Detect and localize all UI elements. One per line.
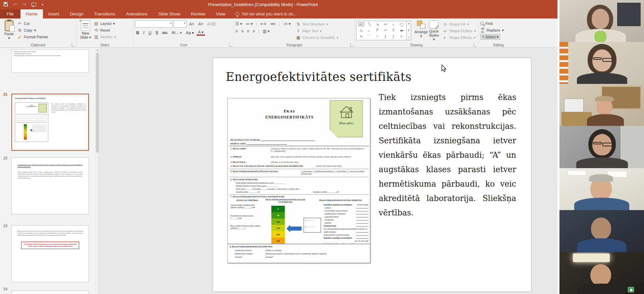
underline-button[interactable]: U bbox=[147, 30, 153, 36]
shape-arc-icon[interactable]: ⌒ bbox=[368, 34, 371, 39]
drawing-dialog-launcher[interactable] bbox=[474, 43, 477, 47]
reset-button[interactable]: ⟲Reset bbox=[94, 28, 116, 33]
increase-font-icon[interactable]: A˄ bbox=[188, 21, 196, 27]
shape-outline-button[interactable]: ▱Shape Outline ▾ bbox=[443, 28, 476, 34]
shape-elbow-arrow-icon[interactable]: ↱ bbox=[376, 28, 379, 32]
character-spacing-button[interactable]: AV↔ ▾ bbox=[170, 31, 183, 35]
quick-styles-button[interactable]: QuickStyles ▾ bbox=[428, 19, 440, 41]
tab-design[interactable]: Design bbox=[64, 9, 89, 18]
align-center-button[interactable]: ≡ bbox=[241, 29, 244, 34]
font-dialog-launcher[interactable] bbox=[229, 43, 233, 47]
thumbnail-slide-21[interactable]: Energoefektivitātes sertifikāts ĒKASENER… bbox=[11, 94, 89, 151]
tell-me-box[interactable]: Tell me what you want to do... bbox=[235, 9, 297, 18]
tab-file[interactable]: File bbox=[0, 9, 20, 18]
columns-button[interactable]: ▥ ▾ bbox=[263, 29, 270, 34]
shape-textbox-icon[interactable]: A≡ bbox=[359, 22, 364, 26]
scrollbar-thumb[interactable] bbox=[96, 53, 99, 153]
tab-slideshow[interactable]: Slide Show bbox=[153, 9, 185, 18]
shape-curve-icon[interactable]: ~ bbox=[376, 34, 378, 38]
select-button[interactable]: ↖Select ▾ bbox=[480, 34, 504, 40]
justify-button[interactable]: ≡ bbox=[253, 29, 255, 34]
font-color-button[interactable]: A ▾ bbox=[197, 30, 205, 36]
text-direction-button[interactable]: ⇅Text Direction ▾ bbox=[296, 21, 338, 27]
shape-right-brace-icon[interactable]: } bbox=[393, 34, 394, 38]
arrange-button[interactable]: Arrange▾ bbox=[415, 19, 428, 38]
tab-home[interactable]: Home bbox=[20, 9, 43, 18]
shapes-gallery[interactable]: A≡ ╲ ↘ ▭ ○ ▢ △ ∟ ↱ ⇨ ⇩ ☁ ∿ ⌒ ~ { } bbox=[356, 21, 407, 40]
shape-freeform-icon[interactable]: ☁ bbox=[400, 28, 404, 32]
shapes-gallery-scrollbar[interactable]: ▴▾⩒ bbox=[407, 21, 411, 40]
shape-rectangle-icon[interactable]: ▭ bbox=[384, 22, 387, 27]
video-call-sidebar bbox=[557, 0, 644, 294]
increase-indent-button[interactable]: ⇥≡ bbox=[270, 21, 275, 26]
italic-button[interactable]: I bbox=[142, 30, 146, 36]
cut-button[interactable]: ✂Cut bbox=[17, 21, 48, 26]
thumbnail-slide-20-partial[interactable]: 2) Koģenerācijā saražotā elektroenerģija… bbox=[11, 49, 89, 73]
find-button[interactable]: Find bbox=[480, 21, 504, 26]
certificate-image[interactable]: ĒKAS ENERGOSERTIFIKĀTS [Ēkas attēls] bbox=[227, 98, 370, 263]
participant-video-4[interactable] bbox=[559, 126, 644, 168]
decrease-indent-button[interactable]: ⇤≡ bbox=[261, 21, 266, 26]
shape-fill-button[interactable]: ◇Shape Fill ▾ bbox=[443, 21, 476, 27]
paste-button[interactable]: Paste▾ bbox=[1, 19, 17, 40]
decrease-font-icon[interactable]: A˅ bbox=[197, 21, 205, 27]
clipboard-dialog-launcher[interactable] bbox=[72, 43, 75, 47]
section-button[interactable]: ▥Section ▾ bbox=[94, 34, 116, 40]
slide-canvas[interactable]: Energoefektivitātes sertifikāts Tiek izs… bbox=[213, 58, 531, 292]
shape-left-brace-icon[interactable]: { bbox=[385, 34, 386, 38]
slide-body-text[interactable]: Tiek izsniegts pirms ēkas izmantošanas u… bbox=[379, 90, 516, 220]
shape-right-arrow-icon[interactable]: ⇨ bbox=[384, 28, 387, 32]
font-size-combobox[interactable] bbox=[174, 20, 186, 28]
participant-video-2[interactable] bbox=[559, 42, 644, 84]
thumbnail-slide-24-partial[interactable] bbox=[11, 290, 89, 294]
shape-rounded-rectangle-icon[interactable]: ▢ bbox=[400, 22, 403, 27]
thumbnail-slide-23[interactable]: Mūsdienās par zemu tiek novērtēta pareiz… bbox=[11, 225, 89, 282]
tab-animations[interactable]: Animations bbox=[121, 9, 153, 18]
participant-video-3[interactable] bbox=[559, 84, 644, 126]
new-slide-button[interactable]: NewSlide ▾ bbox=[78, 19, 93, 39]
participant-video-5[interactable] bbox=[559, 168, 644, 210]
layout-button[interactable]: ▤Layout ▾ bbox=[94, 21, 116, 26]
align-text-button[interactable]: ⇳Align Text ▾ bbox=[296, 28, 338, 34]
tab-review[interactable]: Review bbox=[185, 9, 211, 18]
align-right-button[interactable]: ≡ bbox=[247, 29, 249, 34]
font-name-combobox[interactable] bbox=[135, 20, 172, 28]
tab-view[interactable]: View bbox=[211, 9, 231, 18]
convert-smartart-button[interactable]: ▦Convert to SmartArt ▾ bbox=[296, 35, 338, 40]
shape-line-icon[interactable]: ╲ bbox=[368, 22, 371, 27]
tab-transitions[interactable]: Transitions bbox=[89, 9, 121, 18]
participant-video-1[interactable] bbox=[559, 0, 644, 42]
shape-scribble-icon[interactable]: ∿ bbox=[360, 34, 363, 39]
paragraph-dialog-launcher[interactable] bbox=[350, 43, 354, 47]
shape-arrow-icon[interactable]: ↘ bbox=[376, 22, 379, 27]
format-painter-button[interactable]: 🖌Format Painter bbox=[17, 34, 48, 40]
line-spacing-button[interactable]: ↕≡ ▾ bbox=[283, 21, 290, 26]
shape-down-arrow-icon[interactable]: ⇩ bbox=[392, 28, 395, 32]
bold-button[interactable]: B bbox=[135, 30, 141, 36]
screen-share-indicator-icon[interactable] bbox=[628, 287, 634, 292]
change-case-button[interactable]: Aa ▾ bbox=[184, 30, 195, 36]
scroll-up-icon[interactable]: ▲ bbox=[96, 48, 99, 52]
slide-title[interactable]: Energoefektivitātes sertifikāts bbox=[226, 70, 414, 84]
participant-video-6[interactable] bbox=[559, 210, 644, 252]
strikethrough-button[interactable]: abc bbox=[161, 31, 169, 35]
group-paragraph: ☰ ▾ ≔ ▾ | ⇤≡ ⇥≡ | ↕≡ ▾ ≡ ≡ ≡ ≡ | ▥ ▾ bbox=[234, 18, 355, 47]
shape-oval-icon[interactable]: ○ bbox=[392, 22, 395, 27]
replace-button[interactable]: abacReplace ▾ bbox=[480, 28, 504, 33]
shape-elbow-icon[interactable]: ∟ bbox=[368, 28, 371, 32]
numbering-button[interactable]: ≔ ▾ bbox=[246, 21, 253, 26]
glasses bbox=[593, 57, 602, 60]
shape-triangle-icon[interactable]: △ bbox=[360, 28, 363, 32]
copy-button[interactable]: ⧉Copy ▾ bbox=[17, 28, 48, 33]
bullets-button[interactable]: ☰ ▾ bbox=[235, 21, 242, 26]
tab-insert[interactable]: Insert bbox=[43, 9, 65, 18]
thumbnail-slide-22[interactable]: Enerģijas patēriņš ēkas izmantošanas lai… bbox=[11, 157, 89, 214]
text-shadow-button[interactable]: S bbox=[154, 30, 159, 36]
paste-icon bbox=[5, 20, 13, 31]
shape-star-icon[interactable]: ☆ bbox=[400, 34, 403, 39]
shape-effects-button[interactable]: ◐Shape Effects ▾ bbox=[443, 35, 476, 40]
thumbnail-scrollbar[interactable]: ▲ bbox=[95, 48, 99, 294]
align-left-button[interactable]: ≡ bbox=[235, 29, 238, 34]
green-scarf bbox=[594, 31, 606, 42]
clear-formatting-icon[interactable]: A⌫ bbox=[206, 21, 217, 27]
